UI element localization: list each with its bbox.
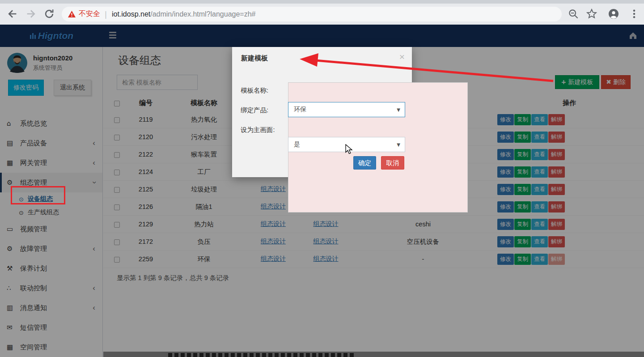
browser-menu-icon[interactable]: [629, 8, 640, 19]
tab-strip: [0, 0, 644, 4]
bookmark-star-icon[interactable]: [586, 8, 597, 19]
back-icon[interactable]: [7, 8, 18, 19]
main-screen-value: 是: [294, 140, 300, 149]
modal-title: 新建模板: [241, 54, 268, 63]
url-separator: |: [105, 9, 107, 19]
caret-down-icon: ▼: [397, 142, 400, 147]
reload-icon[interactable]: [44, 8, 55, 19]
url-path: /admin/index.html?language=zh#: [150, 10, 255, 18]
zoom-out-icon[interactable]: [568, 8, 579, 19]
main-screen-label: 设为主画面:: [241, 126, 275, 134]
url-host: iot.idosp.net: [112, 10, 150, 18]
forward-icon[interactable]: [25, 8, 36, 19]
template-name-label: 模板名称:: [241, 86, 268, 95]
close-icon[interactable]: ×: [399, 51, 405, 62]
security-warning-label: 不安全: [79, 9, 100, 19]
caret-down-icon: ▼: [397, 107, 400, 112]
bind-product-select[interactable]: 环保 ▼: [288, 102, 405, 117]
confirm-button[interactable]: 确定: [353, 156, 376, 170]
profile-avatar-icon[interactable]: [608, 8, 619, 19]
bind-product-label: 绑定产品:: [241, 106, 268, 115]
browser-toolbar: 不安全 | iot.idosp.net/admin/index.html?lan…: [0, 4, 644, 25]
address-bar[interactable]: 不安全 | iot.idosp.net/admin/index.html?lan…: [62, 7, 562, 21]
browser-chrome: 不安全 | iot.idosp.net/admin/index.html?lan…: [0, 0, 644, 25]
security-warning-icon: [68, 11, 76, 17]
cancel-button[interactable]: 取消: [381, 156, 404, 170]
bind-product-value: 环保: [294, 106, 306, 114]
new-template-modal: 新建模板 × 模板名称: 绑定产品: 环保 ▼ 设为主画面: 是 ▼ 确定 取消: [232, 47, 412, 177]
main-screen-select[interactable]: 是 ▼: [288, 137, 405, 152]
